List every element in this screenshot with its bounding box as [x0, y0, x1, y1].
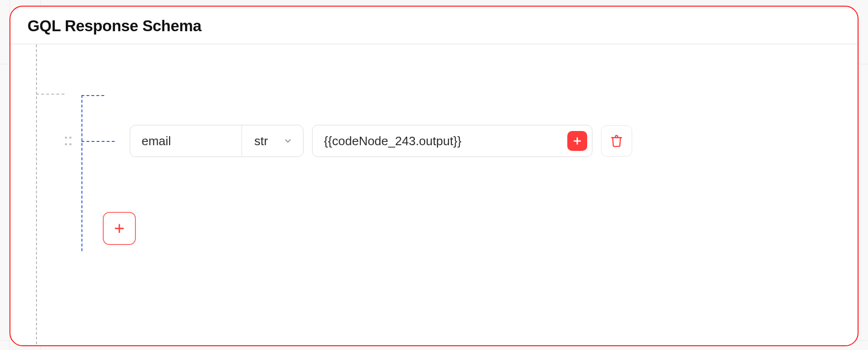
field-type-select[interactable]: str	[242, 125, 303, 157]
schema-field-row: str	[62, 124, 632, 158]
schema-panel: GQL Response Schema	[9, 6, 859, 346]
delete-field-button[interactable]	[601, 125, 632, 157]
add-field-button[interactable]	[103, 212, 136, 245]
field-name-type-group: str	[130, 125, 304, 157]
svg-point-3	[69, 143, 72, 146]
canvas: GQL Response Schema	[0, 0, 868, 350]
field-name-input[interactable]	[130, 125, 242, 157]
tree-root-vline	[36, 44, 37, 344]
svg-point-1	[69, 137, 72, 139]
panel-body: str	[10, 44, 858, 344]
field-value-input[interactable]	[324, 134, 561, 149]
chevron-down-icon	[283, 136, 293, 146]
drag-handle-icon[interactable]	[62, 134, 75, 148]
panel-title: GQL Response Schema	[27, 17, 841, 35]
tree-child-vline	[81, 95, 82, 251]
field-type-label: str	[254, 134, 268, 149]
field-value-box	[312, 125, 592, 157]
tree-child-stub-top	[81, 95, 104, 96]
panel-header: GQL Response Schema	[10, 7, 858, 44]
svg-point-0	[65, 137, 67, 139]
svg-point-2	[65, 143, 67, 146]
insert-expression-button[interactable]	[567, 131, 587, 151]
tree-root-stub	[36, 94, 64, 95]
